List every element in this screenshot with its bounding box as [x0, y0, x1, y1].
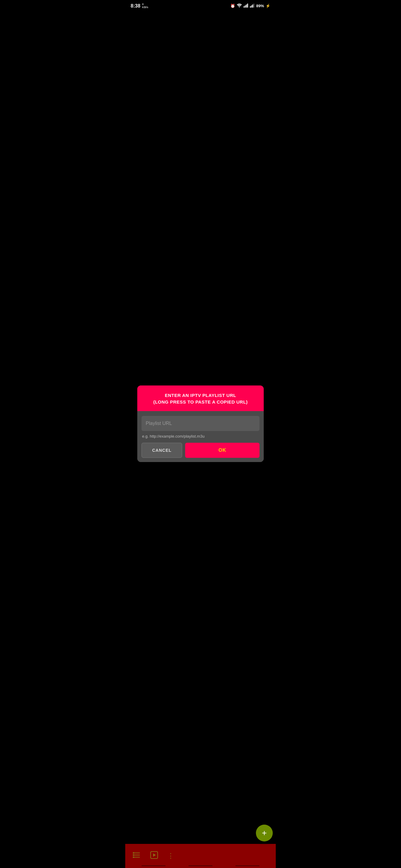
- cancel-button[interactable]: CANCEL: [141, 443, 182, 458]
- svg-point-0: [239, 7, 240, 7]
- svg-rect-5: [250, 6, 251, 7]
- svg-rect-8: [254, 4, 255, 7]
- fab-plus-icon: +: [262, 829, 267, 837]
- signal2-icon: [250, 3, 255, 8]
- main-content: Enter an IPTV playlist URL (long press t…: [125, 11, 276, 837]
- dialog-buttons: CANCEL OK: [141, 443, 260, 458]
- status-time: 8:38: [131, 3, 140, 9]
- status-kb: 0KB/s: [142, 3, 148, 9]
- example-text: e.g. http://example.com/playlist.m3u: [141, 434, 260, 438]
- wifi-icon: [237, 3, 242, 8]
- signal1-icon: [243, 3, 248, 8]
- dialog-body: e.g. http://example.com/playlist.m3u CAN…: [137, 411, 264, 462]
- alarm-icon: ⏰: [230, 4, 235, 8]
- svg-rect-2: [245, 5, 246, 7]
- nav-indicator-3: [235, 865, 260, 866]
- svg-rect-4: [247, 4, 248, 7]
- status-left: 8:38 0KB/s: [131, 3, 148, 9]
- svg-rect-7: [252, 4, 253, 7]
- svg-rect-9: [134, 852, 140, 853]
- svg-rect-13: [133, 854, 134, 856]
- ok-button[interactable]: OK: [185, 443, 260, 458]
- nav-more-icon[interactable]: ⋮: [167, 852, 175, 860]
- battery-icon: ⚡: [266, 4, 270, 8]
- nav-play-icon[interactable]: [150, 851, 158, 861]
- status-bar: 8:38 0KB/s ⏰: [125, 0, 276, 11]
- svg-rect-14: [133, 856, 134, 858]
- svg-rect-6: [251, 5, 252, 7]
- dialog-header: Enter an IPTV playlist URL (long press t…: [137, 385, 264, 411]
- svg-marker-16: [153, 853, 156, 857]
- dialog: Enter an IPTV playlist URL (long press t…: [137, 385, 264, 462]
- bottom-nav: ⋮: [125, 844, 276, 868]
- nav-list-icon[interactable]: [132, 851, 141, 861]
- playlist-url-input[interactable]: [141, 416, 260, 431]
- fab-button[interactable]: +: [256, 825, 273, 841]
- svg-rect-10: [134, 855, 140, 855]
- svg-rect-3: [246, 4, 247, 7]
- nav-indicator-2: [189, 865, 212, 866]
- svg-rect-1: [243, 6, 244, 7]
- dialog-title: Enter an IPTV playlist URL (long press t…: [143, 392, 258, 406]
- nav-indicators: [125, 865, 276, 866]
- svg-rect-11: [134, 857, 140, 857]
- nav-indicator-1: [141, 865, 166, 866]
- status-right: ⏰ 89% ⚡: [230, 3, 270, 8]
- svg-rect-12: [133, 852, 134, 854]
- battery-percent: 89%: [256, 4, 264, 8]
